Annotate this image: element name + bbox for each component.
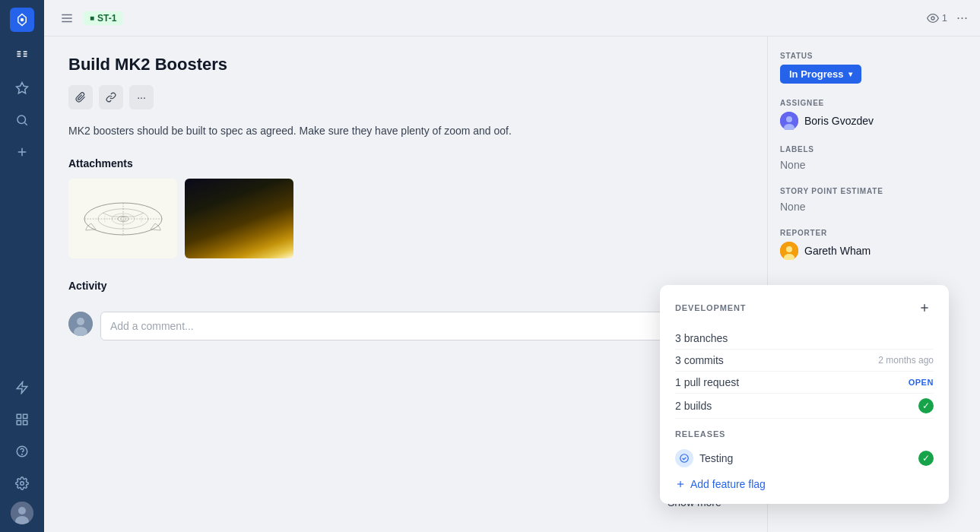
attachment-photo[interactable] xyxy=(185,179,293,258)
sidebar-item-settings[interactable] xyxy=(8,470,36,497)
dev-add-button[interactable] xyxy=(915,299,934,317)
assignee-section: ASSIGNEE Boris Gvozdev xyxy=(780,99,968,130)
link-button[interactable] xyxy=(99,85,123,109)
story-points-label: STORY POINT ESTIMATE xyxy=(780,187,968,195)
dev-builds-label: 2 builds xyxy=(675,400,712,412)
dev-popup-header: DEVELOPMENT xyxy=(675,299,934,317)
dev-branches-label: 3 branches xyxy=(675,332,728,344)
sidebar-item-grid[interactable] xyxy=(8,406,36,433)
status-chevron-icon: ▾ xyxy=(848,70,852,78)
sidebar-bottom xyxy=(8,374,36,524)
assignee-label: ASSIGNEE xyxy=(780,99,968,107)
activity-title: Activity xyxy=(68,280,107,292)
topbar-actions: 1 ··· xyxy=(927,10,968,26)
story-points-section: STORY POINT ESTIMATE None xyxy=(780,187,968,214)
svg-point-44 xyxy=(786,246,792,252)
svg-point-1 xyxy=(21,18,24,22)
watchers-button[interactable]: 1 xyxy=(927,12,947,24)
svg-point-48 xyxy=(680,454,689,463)
svg-point-9 xyxy=(17,116,26,124)
reporter-row: Gareth Wham xyxy=(780,242,968,260)
attachments-list xyxy=(68,179,743,258)
dev-pr-badge: OPEN xyxy=(909,378,934,387)
labels-section: LABELS None xyxy=(780,145,968,172)
release-item-testing[interactable]: Testing ✓ xyxy=(675,446,934,470)
sidebar-item-create[interactable] xyxy=(8,138,36,166)
more-toolbar-button[interactable]: ··· xyxy=(129,85,154,109)
user-avatar[interactable] xyxy=(11,502,33,524)
comment-placeholder: Add a comment... xyxy=(110,320,194,332)
attachments-title: Attachments xyxy=(68,157,743,169)
svg-rect-14 xyxy=(17,414,21,418)
svg-point-19 xyxy=(22,454,23,454)
topbar-menu-button[interactable] xyxy=(56,8,78,29)
svg-point-22 xyxy=(18,507,26,515)
sidebar-item-home[interactable] xyxy=(8,43,36,70)
story-points-value: None xyxy=(780,201,805,213)
svg-line-10 xyxy=(24,122,27,125)
release-check-icon: ✓ xyxy=(918,451,934,466)
reporter-name: Gareth Wham xyxy=(804,245,871,257)
add-feature-flag-button[interactable]: Add feature flag xyxy=(675,478,934,490)
issue-id[interactable]: ST-1 xyxy=(84,11,122,25)
attach-button[interactable] xyxy=(68,85,93,109)
topbar-more-button[interactable]: ··· xyxy=(956,10,968,26)
svg-rect-15 xyxy=(24,414,27,418)
issue-description: MK2 boosters should be built to spec as … xyxy=(68,123,743,139)
sidebar-item-help[interactable] xyxy=(8,438,36,465)
svg-rect-5 xyxy=(24,51,27,52)
dev-item-builds[interactable]: 2 builds ✓ xyxy=(675,394,934,419)
sidebar xyxy=(0,0,44,532)
svg-rect-16 xyxy=(17,421,21,425)
svg-point-20 xyxy=(21,482,24,486)
status-section: STATUS In Progress ▾ xyxy=(780,52,968,84)
svg-rect-4 xyxy=(17,55,21,57)
assignee-name: Boris Gvozdev xyxy=(804,115,874,127)
sidebar-item-search[interactable] xyxy=(8,106,36,134)
comment-row: Add a comment... xyxy=(68,312,743,340)
svg-rect-6 xyxy=(24,53,27,55)
dev-commits-label: 3 commits xyxy=(675,354,724,366)
labels-label: LABELS xyxy=(780,145,968,154)
issue-title: Build MK2 Boosters xyxy=(68,55,743,74)
reporter-avatar xyxy=(780,242,798,260)
status-value: In Progress xyxy=(789,68,844,80)
breadcrumb: ST-1 xyxy=(84,11,122,25)
reporter-label: REPORTER xyxy=(780,229,968,237)
add-flag-label: Add feature flag xyxy=(690,478,766,490)
svg-point-27 xyxy=(931,17,934,20)
svg-marker-8 xyxy=(17,83,28,93)
svg-rect-2 xyxy=(17,51,21,52)
dev-item-commits[interactable]: 3 commits 2 months ago xyxy=(675,350,934,372)
dev-builds-check-icon: ✓ xyxy=(918,398,934,413)
issue-toolbar: ··· xyxy=(68,85,743,109)
status-badge[interactable]: In Progress ▾ xyxy=(780,65,861,84)
attachment-blueprint[interactable] xyxy=(68,179,177,258)
svg-rect-17 xyxy=(24,421,27,425)
release-icon xyxy=(675,449,693,467)
releases-section: RELEASES Testing ✓ Add feature flag xyxy=(675,429,934,490)
release-name: Testing xyxy=(699,452,733,464)
watchers-count: 1 xyxy=(942,12,947,24)
labels-value: None xyxy=(780,159,805,171)
status-label: STATUS xyxy=(780,52,968,60)
svg-marker-13 xyxy=(17,382,27,394)
comment-input[interactable]: Add a comment... xyxy=(100,312,743,340)
svg-rect-3 xyxy=(17,53,21,55)
releases-label: RELEASES xyxy=(675,429,934,439)
issue-panel: Build MK2 Boosters ··· MK2 boosters shou… xyxy=(44,36,767,532)
dev-commits-timestamp: 2 months ago xyxy=(878,355,934,366)
topbar: ST-1 1 ··· xyxy=(44,0,980,36)
dev-item-branches[interactable]: 3 branches xyxy=(675,328,934,350)
sidebar-item-bolt[interactable] xyxy=(8,374,36,401)
assignee-row: Boris Gvozdev xyxy=(780,112,968,130)
app-logo[interactable] xyxy=(10,8,34,32)
dev-item-pull-requests[interactable]: 1 pull request OPEN xyxy=(675,372,934,394)
reporter-section: REPORTER Gareth Wham xyxy=(780,229,968,260)
development-popup: DEVELOPMENT 3 branches 3 commits 2 month… xyxy=(660,285,949,504)
dev-popup-title: DEVELOPMENT xyxy=(675,303,746,312)
svg-rect-7 xyxy=(24,55,27,57)
current-user-avatar xyxy=(68,312,93,336)
sidebar-item-favorites[interactable] xyxy=(8,74,36,102)
svg-point-41 xyxy=(786,116,792,122)
